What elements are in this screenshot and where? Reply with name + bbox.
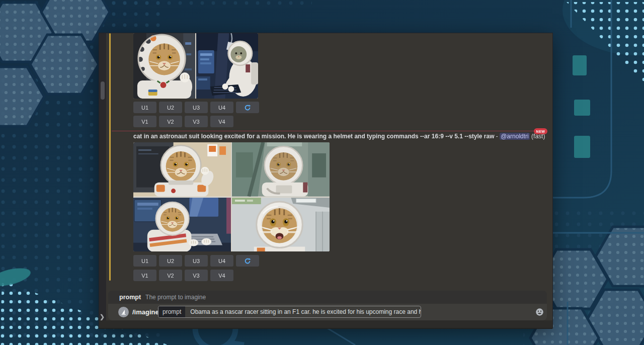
composer-footer (99, 320, 552, 329)
command-label: /imagine (132, 308, 159, 316)
screen: ❯ (0, 0, 644, 345)
composer: /imagine prompt Obama as a nascar racer … (108, 304, 547, 320)
u1-button[interactable]: U1 (133, 102, 156, 113)
v4-button[interactable]: V4 (210, 270, 233, 281)
upscale-row-previous: U1 U2 U3 U4 (133, 102, 259, 113)
new-messages-divider (112, 131, 534, 131)
generated-image-2[interactable] (232, 142, 330, 197)
option-name: prompt (119, 294, 141, 301)
v3-button[interactable]: V3 (185, 270, 208, 281)
speed-mode-text: (fast) (530, 133, 545, 140)
generated-image-cat-console[interactable] (196, 33, 258, 99)
mention-indicator-bar (109, 33, 111, 281)
v1-button[interactable]: V1 (133, 270, 156, 281)
discord-window: ❯ (99, 33, 552, 328)
option-description: The prompt to imagine (145, 294, 206, 301)
generated-image-4[interactable] (232, 198, 330, 252)
v4-button[interactable]: V4 (210, 116, 233, 127)
v2-button[interactable]: V2 (159, 116, 182, 127)
upscale-row: U1 U2 U3 U4 (133, 255, 259, 267)
variation-row-previous: V1 V2 V3 V4 (133, 116, 233, 127)
slash-option-popup: prompt The prompt to imagine (108, 291, 547, 304)
u2-button[interactable]: U2 (159, 102, 182, 113)
image-grid[interactable] (133, 142, 330, 251)
user-mention[interactable]: @arnoldtri (500, 133, 530, 140)
option-chip: prompt (158, 306, 185, 317)
prompt-value: Obama as a nascar racer sitting in an F1… (190, 308, 421, 315)
midjourney-sailboat-icon (120, 309, 127, 315)
u4-button[interactable]: U4 (210, 255, 233, 267)
generated-image-1[interactable] (133, 142, 231, 197)
refresh-icon (244, 257, 251, 265)
u3-button[interactable]: U3 (185, 255, 208, 267)
generated-image-closeup-cat[interactable] (133, 33, 195, 99)
refresh-icon (244, 104, 251, 111)
bot-avatar (118, 307, 129, 317)
v3-button[interactable]: V3 (185, 116, 208, 127)
generated-image-3[interactable] (133, 198, 231, 252)
prompt-text: cat in an astronaut suit looking excited… (133, 133, 495, 140)
u3-button[interactable]: U3 (185, 102, 208, 113)
u1-button[interactable]: U1 (133, 255, 156, 267)
separator-text: - (495, 133, 500, 140)
v1-button[interactable]: V1 (133, 116, 156, 127)
emoji-button[interactable] (535, 308, 544, 316)
expand-chevron-icon[interactable]: ❯ (100, 313, 106, 320)
u2-button[interactable]: U2 (159, 255, 182, 267)
prompt-input[interactable]: prompt Obama as a nascar racer sitting i… (158, 306, 421, 318)
smiley-icon (535, 308, 544, 316)
v2-button[interactable]: V2 (159, 270, 182, 281)
rerun-button[interactable] (236, 102, 259, 113)
u4-button[interactable]: U4 (210, 102, 233, 113)
variation-row: V1 V2 V3 V4 (133, 270, 233, 281)
rerun-button[interactable] (236, 255, 259, 267)
message-text: cat in an astronaut suit looking excited… (133, 133, 536, 140)
image-grid-previous[interactable] (133, 33, 258, 99)
scrollbar-thumb[interactable] (101, 81, 105, 100)
window-left-strip: ❯ (99, 33, 106, 328)
